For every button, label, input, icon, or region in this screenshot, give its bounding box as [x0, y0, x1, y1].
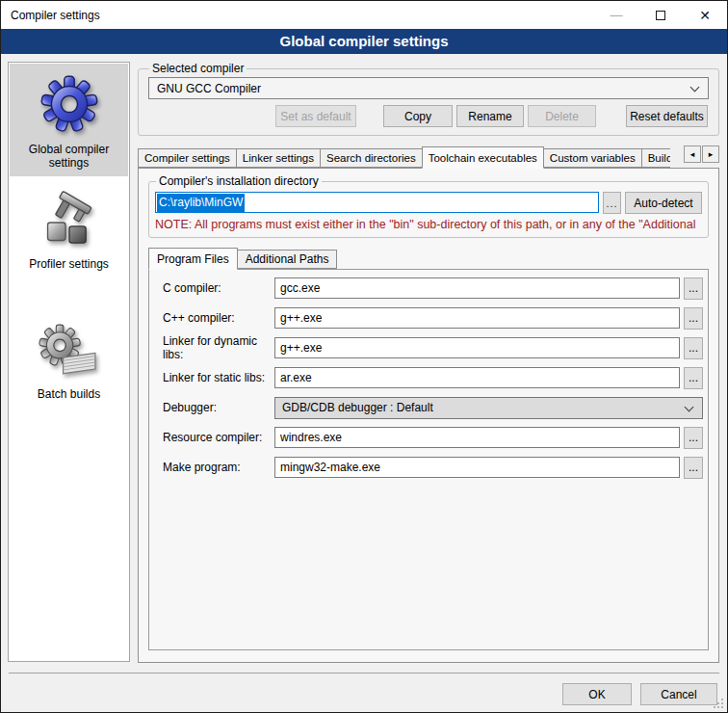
field-row-c-compiler: C compiler: ... — [163, 277, 703, 299]
titlebar: Compiler settings — ✕ — [1, 1, 727, 29]
resource-compiler-input[interactable] — [274, 427, 680, 448]
dynamic-linker-input[interactable] — [274, 337, 680, 358]
tab-program-files[interactable]: Program Files — [148, 248, 238, 270]
resize-grip-icon[interactable] — [713, 698, 723, 708]
toolchain-executables-page: Compiler's installation directory C:\ray… — [138, 168, 719, 663]
program-tabs: Program Files Additional Paths — [148, 247, 709, 269]
cpp-compiler-input[interactable] — [274, 307, 680, 329]
bin-directory-note: NOTE: All programs must exist either in … — [155, 218, 702, 231]
tab-search-directories[interactable]: Search directories — [320, 148, 423, 168]
field-row-static-linker: Linker for static libs: ... — [163, 367, 703, 388]
debugger-label: Debugger: — [163, 401, 274, 414]
installation-directory-group: Compiler's installation directory C:\ray… — [148, 174, 709, 238]
reset-defaults-button[interactable]: Reset defaults — [626, 105, 708, 127]
copy-button[interactable]: Copy — [383, 105, 453, 127]
settings-tabs: Compiler settings Linker settings Search… — [138, 145, 719, 168]
tab-scroll-right-button[interactable]: ▸ — [702, 145, 719, 163]
maximize-button[interactable] — [638, 1, 683, 29]
minimize-icon: — — [611, 9, 623, 21]
installation-directory-label: Compiler's installation directory — [156, 174, 322, 188]
sidebar-item-label: Global compiler settings — [12, 143, 126, 170]
installation-directory-input[interactable]: C:\raylib\MinGW — [155, 192, 599, 213]
field-row-debugger: Debugger: GDB/CDB debugger : Default — [163, 397, 703, 418]
set-as-default-button[interactable]: Set as default — [275, 105, 356, 127]
make-program-label: Make program: — [163, 461, 274, 474]
tab-compiler-settings[interactable]: Compiler settings — [138, 148, 237, 168]
close-button[interactable]: ✕ — [683, 1, 727, 29]
installation-directory-browse-button[interactable]: ... — [603, 192, 621, 214]
delete-button[interactable]: Delete — [528, 105, 596, 127]
compiler-select[interactable]: GNU GCC Compiler — [148, 77, 709, 99]
installation-directory-row: C:\raylib\MinGW ... Auto-detect — [155, 192, 702, 214]
page-title: Global compiler settings — [1, 29, 727, 54]
tab-build-options[interactable]: Build — [641, 148, 670, 168]
profiler-caliper-icon — [38, 191, 101, 254]
selected-compiler-group: Selected compiler GNU GCC Compiler Set a… — [138, 62, 719, 136]
ok-button[interactable]: OK — [562, 683, 632, 705]
debugger-select-value: GDB/CDB debugger : Default — [282, 401, 433, 414]
tab-scroll-controls: ◂ ▸ — [684, 145, 719, 163]
chevron-down-icon — [690, 83, 700, 92]
window-title: Compiler settings — [1, 9, 100, 22]
tab-additional-paths[interactable]: Additional Paths — [237, 250, 338, 269]
static-linker-input[interactable] — [274, 367, 680, 388]
sidebar-item-profiler-settings[interactable]: Profiler settings — [10, 186, 128, 277]
compiler-settings-dialog: Compiler settings — ✕ Global compiler se… — [0, 0, 728, 713]
resource-compiler-browse-button[interactable]: ... — [684, 427, 703, 449]
main-panel: Selected compiler GNU GCC Compiler Set a… — [138, 62, 719, 663]
sidebar-item-batch-builds[interactable]: Batch builds — [10, 318, 128, 408]
maximize-icon — [656, 11, 665, 20]
installation-directory-value: C:\raylib\MinGW — [157, 194, 245, 212]
blue-gear-icon — [34, 68, 105, 140]
window-controls: — ✕ — [594, 1, 727, 29]
debugger-select[interactable]: GDB/CDB debugger : Default — [274, 397, 703, 419]
sidebar-item-label: Batch builds — [38, 387, 100, 401]
arrow-right-icon: ▸ — [709, 149, 714, 159]
close-icon: ✕ — [699, 9, 711, 22]
field-row-cpp-compiler: C++ compiler: ... — [163, 307, 703, 329]
static-linker-browse-button[interactable]: ... — [684, 367, 703, 389]
field-row-resource-compiler: Resource compiler: ... — [163, 427, 703, 448]
cpp-compiler-label: C++ compiler: — [163, 311, 274, 325]
program-files-panel: C compiler: ... C++ compiler: ... Linker… — [148, 269, 709, 650]
static-linker-label: Linker for static libs: — [163, 371, 274, 384]
make-program-input[interactable] — [274, 457, 680, 478]
minimize-button[interactable]: — — [594, 1, 638, 29]
batch-gear-stack-icon — [39, 323, 100, 384]
c-compiler-label: C compiler: — [163, 281, 274, 295]
footer-separator — [9, 673, 719, 673]
sidebar-item-global-compiler-settings[interactable]: Global compiler settings — [10, 64, 128, 176]
c-compiler-browse-button[interactable]: ... — [684, 277, 703, 300]
settings-sidebar: Global compiler settings Profiler settin… — [8, 62, 130, 662]
tab-toolchain-executables[interactable]: Toolchain executables — [422, 146, 544, 169]
dynamic-linker-label: Linker for dynamic libs: — [163, 334, 274, 361]
auto-detect-button[interactable]: Auto-detect — [625, 192, 702, 214]
chevron-down-icon — [685, 402, 694, 411]
tab-linker-settings[interactable]: Linker settings — [236, 148, 321, 168]
c-compiler-input[interactable] — [274, 277, 680, 299]
footer-buttons: OK Cancel — [562, 683, 717, 705]
rename-button[interactable]: Rename — [456, 105, 524, 127]
cancel-button[interactable]: Cancel — [640, 683, 717, 705]
field-row-dynamic-linker: Linker for dynamic libs: ... — [163, 337, 703, 358]
resource-compiler-label: Resource compiler: — [163, 431, 274, 444]
tab-custom-variables[interactable]: Custom variables — [543, 148, 642, 168]
compiler-actions: Set as default Copy Rename Delete Reset … — [148, 105, 709, 127]
tab-scroll-left-button[interactable]: ◂ — [684, 145, 701, 163]
cpp-compiler-browse-button[interactable]: ... — [684, 307, 703, 330]
selected-compiler-group-label: Selected compiler — [149, 62, 247, 75]
field-row-make-program: Make program: ... — [163, 457, 703, 478]
dialog-content: Global compiler settings Profiler settin… — [1, 54, 727, 663]
compiler-select-value: GNU GCC Compiler — [157, 82, 261, 95]
arrow-left-icon: ◂ — [690, 149, 695, 159]
make-program-browse-button[interactable]: ... — [684, 457, 703, 479]
dynamic-linker-browse-button[interactable]: ... — [684, 337, 703, 359]
sidebar-item-label: Profiler settings — [29, 257, 109, 271]
